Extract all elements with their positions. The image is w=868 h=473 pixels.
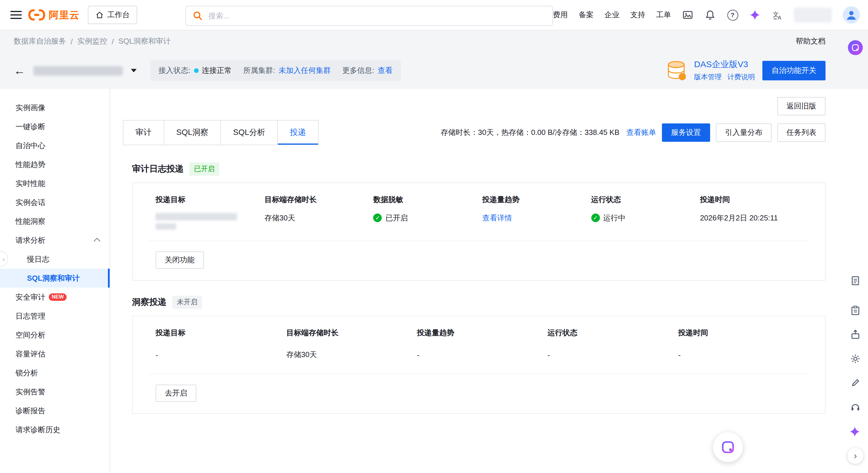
- billing-doc-link[interactable]: 计费说明: [727, 72, 755, 82]
- chevron-up-icon: [94, 238, 100, 245]
- sidebar-item-lock-analysis[interactable]: 锁分析: [0, 364, 110, 382]
- new-badge: NEW: [49, 293, 67, 301]
- user-avatar[interactable]: [843, 6, 860, 24]
- breadcrumb-separator: /: [71, 37, 73, 45]
- global-search: [185, 6, 553, 26]
- more-info-view-link[interactable]: 查看: [378, 65, 393, 76]
- view-trend-detail-link[interactable]: 查看详情: [482, 213, 512, 223]
- search-input[interactable]: [207, 11, 546, 21]
- home-icon: [95, 11, 104, 19]
- topbar-right: 费用 备案 企业 支持 工单 文A: [553, 6, 860, 24]
- instance-status-chip: 接入状态: 连接正常 所属集群: 未加入任何集群 更多信息: 查看: [150, 60, 401, 81]
- status-dot-icon: [194, 68, 198, 73]
- breadcrumb-instance-monitor[interactable]: 实例监控: [77, 36, 107, 46]
- nav-tickets[interactable]: 工单: [656, 10, 671, 20]
- col-delivery-target: 投递目标: [156, 195, 265, 205]
- tab-sql-analysis[interactable]: SQL分析: [221, 121, 278, 145]
- sidebar-item-one-click-diagnosis[interactable]: 一键诊断: [0, 117, 110, 136]
- nav-billing[interactable]: 费用: [553, 10, 568, 20]
- edit-icon[interactable]: [850, 377, 861, 387]
- database-icon: [666, 60, 687, 82]
- ai-star-icon[interactable]: [849, 426, 861, 437]
- more-info-label: 更多信息:: [342, 65, 374, 76]
- audit-delivery-status-badge: 已开启: [189, 162, 219, 176]
- insight-delivery-header: 投递目标 目标端存储时长 投递量趋势 运行状态 投递时间: [149, 328, 809, 338]
- sidebar-item-instance-portrait[interactable]: 实例画像: [0, 98, 110, 117]
- ai-star-icon[interactable]: [749, 9, 761, 21]
- sidebar-menu: 实例画像 一键诊断 自治中心 性能趋势 实时性能 实例会话 性能洞察 请求分析 …: [0, 89, 110, 473]
- data-masking-value: 已开启: [373, 213, 482, 230]
- sidebar-item-request-diagnosis-history[interactable]: 请求诊断历史: [0, 420, 110, 439]
- section-divider: [149, 241, 809, 241]
- autonomy-switch-button[interactable]: 自治功能开关: [763, 61, 826, 81]
- tab-audit[interactable]: 审计: [123, 121, 164, 145]
- export-icon[interactable]: [850, 329, 861, 340]
- cluster-value-link[interactable]: 未加入任何集群: [279, 65, 331, 76]
- headset-icon[interactable]: [850, 402, 861, 412]
- logo-text: 阿里云: [49, 8, 80, 22]
- ingest-distribution-button[interactable]: 引入量分布: [716, 123, 772, 142]
- nav-icp[interactable]: 备案: [579, 10, 594, 20]
- enable-function-button[interactable]: 去开启: [156, 385, 196, 402]
- hamburger-icon[interactable]: [10, 11, 22, 19]
- gear-icon[interactable]: [850, 354, 861, 364]
- access-status-label: 接入状态:: [158, 65, 190, 76]
- bell-icon[interactable]: [704, 9, 716, 21]
- back-arrow-icon[interactable]: [14, 65, 25, 76]
- sidebar-item-instance-alarm[interactable]: 实例告警: [0, 382, 110, 401]
- target-storage-value: 存储30天: [286, 346, 417, 364]
- language-icon[interactable]: 文A: [772, 9, 783, 21]
- breadcrumb: 数据库自治服务 / 实例监控 / SQL洞察和审计 帮助文档: [0, 30, 868, 52]
- instance-switcher-caret-icon[interactable]: [131, 69, 136, 72]
- close-function-button[interactable]: 关闭功能: [156, 251, 204, 269]
- chevron-right-icon[interactable]: [847, 448, 863, 464]
- service-settings-button[interactable]: 服务设置: [662, 123, 710, 142]
- sidebar-item-slow-log[interactable]: 慢日志: [0, 250, 110, 269]
- tab-sql-insight[interactable]: SQL洞察: [164, 121, 221, 145]
- sidebar-item-request-analysis[interactable]: 请求分析: [0, 231, 110, 250]
- insight-delivery-box: 投递目标 目标端存储时长 投递量趋势 运行状态 投递时间 - 存储30天 - -…: [132, 316, 826, 414]
- top-navbar: 阿里云 工作台 费用 备案 企业 支持 工单: [0, 0, 868, 30]
- das-assistant-icon[interactable]: [848, 40, 863, 55]
- aliyun-logo-icon: [28, 9, 46, 21]
- sidebar-item-capacity-evaluation[interactable]: 容量评估: [0, 344, 110, 364]
- col-delivery-target: 投递目标: [156, 328, 286, 338]
- help-icon[interactable]: [727, 9, 738, 21]
- sidebar-item-log-management[interactable]: 日志管理: [0, 307, 110, 325]
- sidebar-item-performance-insight[interactable]: 性能洞察: [0, 212, 110, 231]
- tab-controls: 存储时长：30天，热存储：0.00 B/冷存储：338.45 KB 查看账单 服…: [441, 123, 826, 142]
- sidebar-item-instance-sessions[interactable]: 实例会话: [0, 193, 110, 212]
- document-icon[interactable]: [850, 276, 861, 286]
- assistant-bubble-icon[interactable]: [713, 432, 743, 462]
- delivery-trend-cell: 查看详情: [482, 213, 591, 230]
- workbench-label: 工作台: [107, 10, 130, 20]
- report-icon[interactable]: [850, 305, 861, 316]
- task-list-button[interactable]: 任务列表: [777, 123, 826, 142]
- workbench-button[interactable]: 工作台: [88, 6, 137, 24]
- help-doc-link[interactable]: 帮助文档: [796, 36, 826, 46]
- breadcrumb-das[interactable]: 数据库自治服务: [14, 36, 66, 46]
- insight-delivery-values: - 存储30天 - - -: [149, 338, 809, 364]
- sidebar-item-space-analysis[interactable]: 空间分析: [0, 325, 110, 344]
- sidebar-item-realtime-performance[interactable]: 实时性能: [0, 174, 110, 193]
- cluster-label: 所属集群:: [243, 65, 275, 76]
- audit-delivery-values: 存储30天 已开启 查看详情 运行中 2026年2月2日 20:25:11: [149, 205, 809, 230]
- tab-delivery[interactable]: 投递: [278, 121, 318, 145]
- nav-enterprise[interactable]: 企业: [604, 10, 619, 20]
- sidebar-item-autonomy-center[interactable]: 自治中心: [0, 136, 110, 155]
- tab-strip: 审计 SQL洞察 SQL分析 投递: [123, 120, 319, 145]
- version-management-link[interactable]: 版本管理: [694, 72, 722, 82]
- sidebar-item-diagnosis-report[interactable]: 诊断报告: [0, 401, 110, 420]
- insight-delivery-title: 洞察投递: [132, 297, 166, 308]
- delivery-time-value: -: [678, 346, 809, 364]
- image-icon[interactable]: [682, 9, 693, 21]
- nav-support[interactable]: 支持: [630, 10, 645, 20]
- back-to-old-version-button[interactable]: 返回旧版: [777, 97, 826, 115]
- instance-name-blurred: [33, 66, 123, 75]
- aliyun-logo[interactable]: 阿里云: [28, 8, 80, 22]
- sidebar-item-security-audit[interactable]: 安全审计 NEW: [0, 288, 110, 307]
- sidebar-item-performance-trend[interactable]: 性能趋势: [0, 155, 110, 174]
- sidebar-item-sql-insight-audit[interactable]: SQL洞察和审计: [0, 269, 110, 288]
- view-bill-link[interactable]: 查看账单: [626, 127, 656, 138]
- col-target-storage-duration: 目标端存储时长: [265, 195, 373, 205]
